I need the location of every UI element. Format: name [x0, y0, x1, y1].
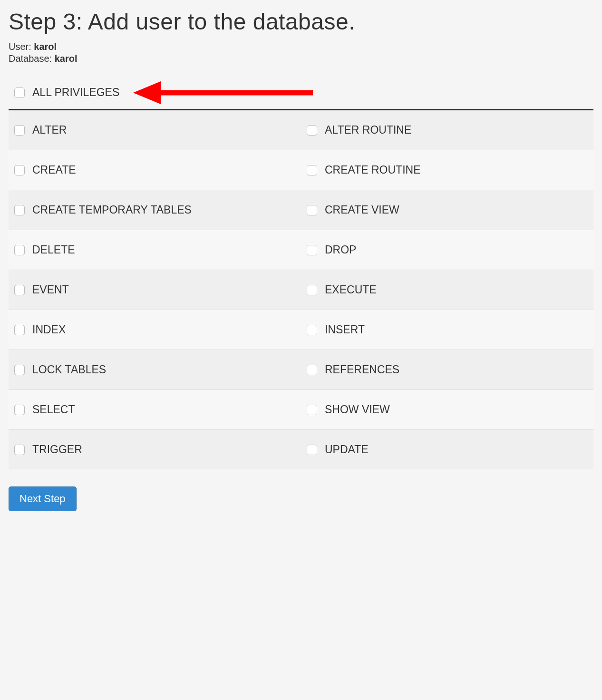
privilege-checkbox[interactable]: [14, 365, 25, 375]
privilege-checkbox[interactable]: [307, 445, 317, 455]
database-line: Database: karol: [9, 53, 593, 64]
privilege-checkbox[interactable]: [14, 205, 25, 215]
privilege-checkbox[interactable]: [14, 325, 25, 335]
privilege-row: SELECTSHOW VIEW: [9, 390, 593, 430]
privilege-checkbox[interactable]: [14, 245, 25, 255]
all-privileges-label[interactable]: ALL PRIVILEGES: [32, 86, 119, 99]
privilege-label[interactable]: CREATE: [32, 164, 76, 176]
privilege-checkbox[interactable]: [307, 405, 317, 415]
privilege-row: INDEXINSERT: [9, 310, 593, 350]
privilege-cell[interactable]: CREATE VIEW: [301, 190, 593, 230]
privilege-label[interactable]: ALTER ROUTINE: [325, 124, 411, 136]
privilege-checkbox[interactable]: [14, 445, 25, 455]
privilege-label[interactable]: EXECUTE: [325, 283, 377, 296]
privilege-row: CREATE TEMPORARY TABLESCREATE VIEW: [9, 190, 593, 230]
privilege-row: TRIGGERUPDATE: [9, 430, 593, 469]
user-value: karol: [34, 41, 57, 52]
privilege-label[interactable]: LOCK TABLES: [32, 363, 106, 376]
privilege-checkbox[interactable]: [14, 405, 25, 415]
privilege-checkbox[interactable]: [307, 205, 317, 215]
privilege-cell[interactable]: LOCK TABLES: [9, 350, 301, 389]
privilege-checkbox[interactable]: [307, 165, 317, 175]
privilege-label[interactable]: SHOW VIEW: [325, 403, 390, 416]
privilege-label[interactable]: EVENT: [32, 283, 69, 296]
privilege-checkbox[interactable]: [307, 285, 317, 295]
privilege-label[interactable]: CREATE VIEW: [325, 204, 399, 216]
privilege-cell[interactable]: EXECUTE: [301, 270, 593, 310]
all-privileges-checkbox[interactable]: [14, 88, 25, 98]
page-container: Step 3: Add user to the database. User: …: [9, 9, 593, 511]
privilege-label[interactable]: DROP: [325, 243, 356, 256]
user-line: User: karol: [9, 41, 593, 52]
privilege-checkbox[interactable]: [307, 365, 317, 375]
privilege-label[interactable]: UPDATE: [325, 443, 369, 456]
privilege-checkbox[interactable]: [14, 165, 25, 175]
privilege-cell[interactable]: DELETE: [9, 230, 301, 270]
privilege-cell[interactable]: CREATE ROUTINE: [301, 150, 593, 190]
privilege-row: EVENTEXECUTE: [9, 270, 593, 310]
privilege-row: LOCK TABLESREFERENCES: [9, 350, 593, 390]
privilege-cell[interactable]: CREATE: [9, 150, 301, 190]
privilege-row: CREATECREATE ROUTINE: [9, 150, 593, 190]
privilege-cell[interactable]: UPDATE: [301, 430, 593, 469]
privilege-label[interactable]: DELETE: [32, 243, 75, 256]
privilege-cell[interactable]: ALTER ROUTINE: [301, 110, 593, 150]
all-privileges-block: ALL PRIVILEGES: [9, 69, 593, 110]
privilege-label[interactable]: CREATE ROUTINE: [325, 164, 420, 176]
privilege-checkbox[interactable]: [307, 325, 317, 335]
privilege-cell[interactable]: REFERENCES: [301, 350, 593, 389]
privilege-cell[interactable]: ALTER: [9, 110, 301, 150]
privilege-label[interactable]: REFERENCES: [325, 363, 399, 376]
privilege-cell[interactable]: INSERT: [301, 310, 593, 350]
privilege-cell[interactable]: INDEX: [9, 310, 301, 350]
privilege-label[interactable]: CREATE TEMPORARY TABLES: [32, 204, 192, 216]
database-label: Database:: [9, 53, 55, 64]
privilege-label[interactable]: SELECT: [32, 403, 75, 416]
privileges-table: ALTERALTER ROUTINECREATECREATE ROUTINECR…: [9, 110, 593, 469]
privilege-label[interactable]: INDEX: [32, 323, 66, 336]
user-label: User:: [9, 41, 34, 52]
privilege-cell[interactable]: SHOW VIEW: [301, 390, 593, 429]
all-privileges-row[interactable]: ALL PRIVILEGES: [14, 86, 588, 99]
privilege-label[interactable]: ALTER: [32, 124, 67, 136]
privilege-checkbox[interactable]: [307, 245, 317, 255]
privilege-label[interactable]: TRIGGER: [32, 443, 82, 456]
privilege-checkbox[interactable]: [307, 125, 317, 136]
privilege-checkbox[interactable]: [14, 285, 25, 295]
privilege-cell[interactable]: EVENT: [9, 270, 301, 310]
privilege-cell[interactable]: DROP: [301, 230, 593, 270]
privilege-row: DELETEDROP: [9, 230, 593, 270]
privilege-label[interactable]: INSERT: [325, 323, 365, 336]
privilege-cell[interactable]: TRIGGER: [9, 430, 301, 469]
privilege-row: ALTERALTER ROUTINE: [9, 110, 593, 150]
privilege-checkbox[interactable]: [14, 125, 25, 136]
page-title: Step 3: Add user to the database.: [9, 9, 593, 35]
database-value: karol: [55, 53, 78, 64]
next-step-button[interactable]: Next Step: [9, 486, 77, 511]
privilege-cell[interactable]: SELECT: [9, 390, 301, 429]
privilege-cell[interactable]: CREATE TEMPORARY TABLES: [9, 190, 301, 230]
